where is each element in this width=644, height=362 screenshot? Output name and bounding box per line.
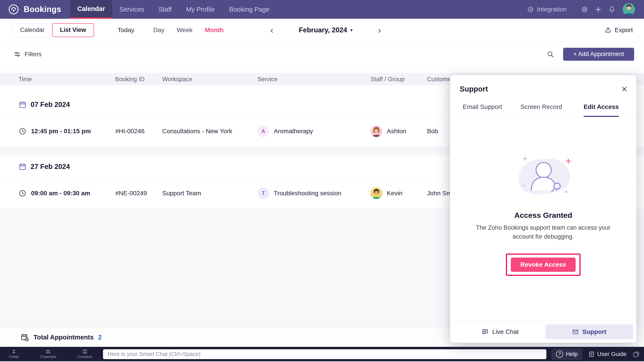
column-workspace: Workspace [162,76,192,83]
integration-label: Integration [537,6,566,13]
contacts-icon [82,349,88,354]
app-title: Bookings [24,5,61,14]
calendar-toolbar: Calendar List View Today Day Week Month … [0,19,644,41]
spacer [0,67,644,73]
top-nav: Bookings Calendar Services Staff My Prof… [0,0,644,19]
nav-tab-booking-page[interactable]: Booking Page [222,0,277,19]
group-date: 27 Feb 2024 [30,163,70,171]
support-button[interactable]: Support [546,325,633,339]
chats-icon [11,349,16,354]
integration-link[interactable]: Integration [527,6,566,13]
close-icon[interactable]: × [622,84,627,94]
support-panel-footer: Live Chat Support [450,321,636,343]
user-avatar[interactable] [622,3,635,16]
nav-right-actions: Integration + [527,0,644,19]
live-chat-button[interactable]: Live Chat [482,328,519,336]
month-view-button[interactable]: Month [205,26,224,34]
service-avatar: A [258,125,269,137]
total-appointments-count: 2 [98,334,102,341]
channels-button[interactable]: Channels [40,349,56,359]
customer-name: John Sm [427,190,452,197]
cell-booking-id: #HI-00246 [115,116,144,146]
export-label: Export [615,26,633,34]
nav-tab-services[interactable]: Services [112,0,151,19]
service-name: Troubleshooting session [274,190,341,197]
contacts-label: Contacts [77,355,92,359]
next-month-icon[interactable]: › [378,26,381,35]
settings-gear-icon[interactable] [581,6,588,13]
access-granted-illustration [450,152,636,201]
smart-chat-input[interactable] [103,349,546,359]
chat-taskbar: Chats Channels Contacts ? Help User Guid… [0,347,644,361]
workspace-name: Consultations - New York [162,128,232,135]
filters-label: Filters [24,51,42,58]
live-chat-label: Live Chat [492,328,519,336]
list-view-button[interactable]: List View [52,23,94,37]
filters-row: Filters + Add Appointment [0,41,644,67]
cell-staff: Kevin [370,178,402,208]
staff-name: Ashton [387,128,406,135]
user-guide-button[interactable]: User Guide [588,351,627,358]
period-selector[interactable]: February, 2024 ▾ [299,26,352,34]
channels-label: Channels [40,355,56,359]
add-appointment-button[interactable]: + Add Appointment [563,48,634,61]
filters-button[interactable]: Filters [14,50,42,58]
help-icon: ? [556,351,563,358]
period-label: February, 2024 [299,26,347,34]
cell-service: A Aromatherapy [258,116,313,146]
column-time: Time [18,76,32,83]
cell-staff: Ashton [370,116,406,146]
appointment-time: 09:00 am - 09:30 am [31,190,90,197]
cell-time: 09:00 am - 09:30 am [18,178,90,208]
divider [574,5,574,13]
nav-tab-my-profile[interactable]: My Profile [179,0,222,19]
add-icon[interactable]: + [595,4,601,14]
day-view-button[interactable]: Day [153,26,164,34]
staff-avatar-kevin [370,187,382,199]
taskbar-right-items: ? Help User Guide [552,349,640,360]
column-booking-id: Booking ID [115,76,144,83]
search-icon[interactable] [546,50,554,58]
tab-email-support[interactable]: Email Support [463,103,502,117]
taskbar-left-items: Chats Channels Contacts [9,349,92,359]
today-button[interactable]: Today [118,26,134,34]
revoke-access-button[interactable]: Revoke Access [511,258,576,272]
tab-edit-access[interactable]: Edit Access [584,103,619,117]
channels-icon [45,349,51,354]
staff-name: Kevin [387,190,402,197]
app-brand: Bookings [0,0,70,19]
booking-id: #NE-00249 [115,190,147,197]
service-name: Aromatherapy [274,128,313,135]
clock-icon [18,127,26,135]
staff-avatar-ashton [370,125,382,137]
cell-customer: Bob [427,116,438,146]
access-granted-heading: Access Granted [450,211,636,220]
filters-icon [14,50,21,58]
user-guide-label: User Guide [597,351,627,358]
filters-row-actions: + Add Appointment [546,48,644,61]
tab-screen-record[interactable]: Screen Record [520,103,562,117]
nav-tab-calendar[interactable]: Calendar [70,0,112,19]
booking-id: #HI-00246 [115,128,144,135]
contacts-button[interactable]: Contacts [77,349,92,359]
integration-icon [527,6,534,13]
export-button[interactable]: Export [604,19,633,41]
workspace-name: Support Team [162,190,201,197]
week-view-button[interactable]: Week [177,26,192,34]
service-avatar: T [258,187,269,199]
export-icon [604,26,612,34]
clock-icon [18,189,26,197]
notifications-bell-icon[interactable] [608,6,616,13]
chats-button[interactable]: Chats [9,349,19,359]
apps-icon[interactable] [633,351,640,358]
prev-month-icon[interactable]: ‹ [270,26,273,35]
chats-label: Chats [9,355,19,359]
calendar-view-button[interactable]: Calendar [12,23,52,37]
primary-nav: Calendar Services Staff My Profile Booki… [70,0,277,19]
total-appointments-icon [20,333,29,342]
column-service: Service [258,76,278,83]
month-paginator: ‹ February, 2024 ▾ › [270,19,381,41]
support-panel-body: Access Granted The Zoho Bookings support… [450,152,636,276]
help-button[interactable]: ? Help [552,349,582,360]
nav-tab-staff[interactable]: Staff [151,0,179,19]
